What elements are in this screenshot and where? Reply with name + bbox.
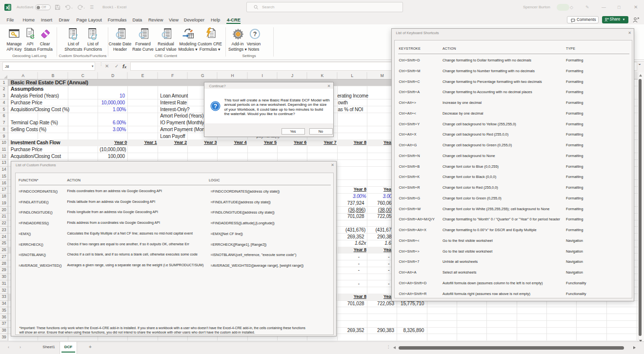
svg-text:?: ? [253, 31, 257, 38]
svg-text:?: ? [213, 103, 217, 110]
svg-text:X: X [5, 5, 8, 10]
